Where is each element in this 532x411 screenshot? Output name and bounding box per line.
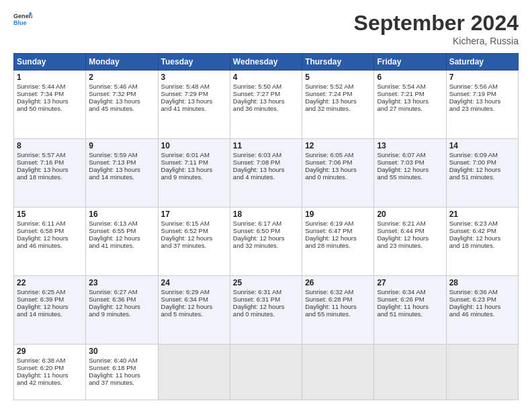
day-info: Sunrise: 6:32 AM <box>305 288 371 295</box>
table-row: 20Sunrise: 6:21 AMSunset: 6:44 PMDayligh… <box>374 207 446 275</box>
day-info: Sunset: 6:44 PM <box>377 227 443 234</box>
day-number: 6 <box>377 73 443 82</box>
day-number: 20 <box>377 210 443 219</box>
day-info: Daylight: 13 hours <box>305 166 371 173</box>
day-info: Sunset: 7:29 PM <box>161 90 227 97</box>
day-info: Sunset: 6:55 PM <box>89 227 154 234</box>
svg-text:Blue: Blue <box>13 19 27 26</box>
day-info: Sunrise: 5:57 AM <box>17 151 83 158</box>
table-row: 10Sunrise: 6:01 AMSunset: 7:11 PMDayligh… <box>158 138 230 207</box>
day-info: Daylight: 13 hours <box>17 97 83 105</box>
day-info: Sunset: 6:39 PM <box>17 295 83 303</box>
day-info: Sunset: 6:58 PM <box>17 227 83 234</box>
day-info: Sunset: 6:42 PM <box>449 227 515 234</box>
day-number: 13 <box>377 141 443 150</box>
day-number: 24 <box>161 278 227 287</box>
page: General Blue September 2024 Kichera, Rus… <box>0 0 532 411</box>
day-info: Sunset: 7:00 PM <box>449 158 515 166</box>
table-row: 21Sunrise: 6:23 AMSunset: 6:42 PMDayligh… <box>446 207 518 275</box>
day-info: Sunrise: 5:46 AM <box>89 83 154 90</box>
day-info: and 14 minutes. <box>89 173 154 181</box>
col-wednesday: Wednesday <box>230 54 302 71</box>
table-row <box>446 344 518 400</box>
day-info: Sunrise: 5:59 AM <box>89 151 154 158</box>
table-row: 9Sunrise: 5:59 AMSunset: 7:13 PMDaylight… <box>86 138 158 207</box>
logo: General Blue <box>13 11 32 30</box>
day-number: 9 <box>89 141 154 150</box>
day-info: Sunset: 7:03 PM <box>377 158 443 166</box>
day-info: Daylight: 12 hours <box>89 303 154 310</box>
col-friday: Friday <box>374 54 446 71</box>
day-info: and 4 minutes. <box>233 173 299 181</box>
day-info: Sunrise: 5:54 AM <box>377 83 443 90</box>
day-number: 23 <box>89 278 154 287</box>
day-number: 21 <box>449 210 515 219</box>
day-info: Sunset: 7:08 PM <box>233 158 299 166</box>
day-number: 3 <box>161 73 227 82</box>
day-info: and 41 minutes. <box>161 105 227 112</box>
table-row <box>230 344 302 400</box>
table-row: 1Sunrise: 5:44 AMSunset: 7:34 PMDaylight… <box>14 71 86 139</box>
calendar-header-row: Sunday Monday Tuesday Wednesday Thursday… <box>14 54 519 71</box>
day-info: Daylight: 11 hours <box>377 303 443 310</box>
day-info: and 37 minutes. <box>161 242 227 249</box>
day-info: and 45 minutes. <box>89 105 154 112</box>
table-row <box>374 344 446 400</box>
day-info: Sunset: 6:20 PM <box>17 364 83 371</box>
day-info: Sunrise: 5:50 AM <box>233 83 299 90</box>
day-info: Sunset: 7:21 PM <box>377 90 443 97</box>
day-info: Sunset: 6:47 PM <box>305 227 371 234</box>
day-info: Sunrise: 6:05 AM <box>305 151 371 158</box>
day-info: Sunrise: 6:29 AM <box>161 288 227 295</box>
col-sunday: Sunday <box>14 54 86 71</box>
day-info: and 46 minutes. <box>17 242 83 249</box>
day-info: Sunrise: 6:21 AM <box>377 220 443 227</box>
month-title: September 2024 <box>354 11 519 36</box>
day-info: Sunset: 6:23 PM <box>449 295 515 303</box>
day-number: 5 <box>305 73 371 82</box>
day-info: Sunset: 6:52 PM <box>161 227 227 234</box>
day-number: 10 <box>161 141 227 150</box>
day-info: Daylight: 12 hours <box>449 166 515 173</box>
day-number: 15 <box>17 210 83 219</box>
table-row: 6Sunrise: 5:54 AMSunset: 7:21 PMDaylight… <box>374 71 446 139</box>
day-info: Sunset: 7:32 PM <box>89 90 154 97</box>
day-info: Sunset: 7:34 PM <box>17 90 83 97</box>
day-info: and 55 minutes. <box>305 310 371 318</box>
day-info: Daylight: 12 hours <box>449 234 515 242</box>
header: General Blue September 2024 Kichera, Rus… <box>13 11 519 46</box>
table-row: 4Sunrise: 5:50 AMSunset: 7:27 PMDaylight… <box>230 71 302 139</box>
day-info: Sunrise: 6:34 AM <box>377 288 443 295</box>
table-row: 25Sunrise: 6:31 AMSunset: 6:31 PMDayligh… <box>230 275 302 344</box>
day-info: Sunrise: 6:23 AM <box>449 220 515 227</box>
day-number: 14 <box>449 141 515 150</box>
day-info: Sunset: 6:50 PM <box>233 227 299 234</box>
table-row: 18Sunrise: 6:17 AMSunset: 6:50 PMDayligh… <box>230 207 302 275</box>
day-info: and 36 minutes. <box>233 105 299 112</box>
day-info: Sunset: 7:16 PM <box>17 158 83 166</box>
day-number: 18 <box>233 210 299 219</box>
day-info: Sunrise: 6:07 AM <box>377 151 443 158</box>
day-info: Daylight: 13 hours <box>17 166 83 173</box>
day-info: Daylight: 12 hours <box>89 234 154 242</box>
col-tuesday: Tuesday <box>158 54 230 71</box>
day-info: Sunset: 6:18 PM <box>89 364 154 371</box>
day-info: Sunrise: 6:25 AM <box>17 288 83 295</box>
day-info: and 23 minutes. <box>377 242 443 249</box>
day-info: and 5 minutes. <box>161 310 227 318</box>
table-row: 7Sunrise: 5:56 AMSunset: 7:19 PMDaylight… <box>446 71 518 139</box>
day-info: Sunset: 7:24 PM <box>305 90 371 97</box>
day-info: and 51 minutes. <box>449 173 515 181</box>
day-info: Daylight: 13 hours <box>305 97 371 105</box>
day-info: and 55 minutes. <box>377 173 443 181</box>
day-info: Daylight: 13 hours <box>449 97 515 105</box>
day-info: and 9 minutes. <box>89 310 154 318</box>
day-info: Sunset: 7:27 PM <box>233 90 299 97</box>
day-number: 4 <box>233 73 299 82</box>
day-info: Daylight: 11 hours <box>17 371 83 379</box>
table-row: 15Sunrise: 6:11 AMSunset: 6:58 PMDayligh… <box>14 207 86 275</box>
day-info: Daylight: 12 hours <box>17 303 83 310</box>
day-info: and 50 minutes. <box>17 105 83 112</box>
day-info: Daylight: 12 hours <box>17 234 83 242</box>
col-monday: Monday <box>86 54 158 71</box>
